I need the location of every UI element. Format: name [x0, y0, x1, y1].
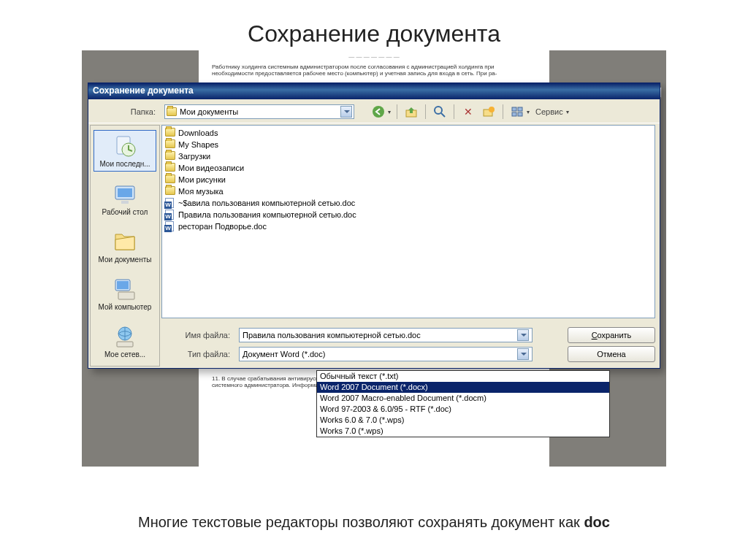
file-name: ресторан Подворье.doc	[178, 222, 267, 231]
file-list[interactable]: DownloadsMy ShapesЗагрузкиМои видеозапис…	[161, 125, 655, 318]
places-my-computer[interactable]: Мой компьютер	[94, 274, 156, 314]
svg-rect-17	[118, 292, 134, 299]
slide-title: Сохранение документа	[0, 0, 748, 50]
save-dialog: Сохранение документа Папка: Мои документ…	[88, 83, 660, 369]
places-desktop[interactable]: Рабочий стол	[94, 179, 156, 219]
tools-dropdown-arrow-icon[interactable]: ▾	[566, 109, 569, 115]
filetype-option[interactable]: Обычный текст (*.txt)	[317, 371, 609, 382]
file-name: Загрузки	[178, 152, 210, 161]
back-icon[interactable]	[370, 104, 386, 120]
svg-rect-7	[518, 107, 522, 111]
svg-rect-13	[118, 188, 132, 197]
recent-documents-icon	[112, 134, 137, 158]
folder-label: Папка:	[94, 107, 160, 116]
filetype-option[interactable]: Works 6.0 & 7.0 (*.wps)	[317, 415, 609, 426]
folder-icon	[165, 186, 175, 196]
file-item[interactable]: Мои рисунки	[164, 174, 653, 185]
word-document-icon	[165, 221, 175, 231]
cancel-button[interactable]: Отмена	[568, 346, 655, 362]
folder-icon	[165, 163, 175, 173]
dialog-titlebar: Сохранение документа	[88, 83, 660, 99]
folder-combo[interactable]: Мои документы	[164, 104, 354, 119]
file-name: Моя музыка	[178, 187, 224, 196]
bg-text: Работнику холдинга системным администрат…	[212, 64, 536, 71]
folder-icon	[165, 174, 175, 185]
back-dropdown-arrow-icon[interactable]: ▾	[388, 109, 391, 115]
file-name: ~$авила пользования компьютерной сетью.d…	[178, 199, 355, 207]
filename-value: Правила пользования компьютерной сетью.d…	[243, 331, 421, 340]
svg-rect-14	[121, 201, 129, 204]
word-document-icon	[165, 210, 175, 220]
file-name: Downloads	[178, 129, 218, 137]
folder-icon	[165, 151, 175, 161]
file-item[interactable]: Правила пользования компьютерной сетью.d…	[164, 209, 653, 220]
places-bar: Мои последн... Рабочий стол Мои документ…	[90, 125, 160, 367]
filename-input[interactable]: Правила пользования компьютерной сетью.d…	[239, 328, 533, 342]
svg-point-2	[435, 107, 442, 114]
my-computer-icon	[112, 277, 137, 302]
svg-point-0	[373, 106, 384, 118]
file-item[interactable]: Моя музыка	[164, 185, 653, 197]
svg-rect-8	[512, 112, 516, 116]
file-name: Мои рисунки	[178, 175, 226, 184]
file-item[interactable]: ресторан Подворье.doc	[164, 220, 653, 232]
dialog-toolbar: Папка: Мои документы ▾ ✕	[88, 99, 660, 123]
folder-icon	[165, 128, 175, 138]
filetype-dropdown-list[interactable]: Обычный текст (*.txt)Word 2007 Document …	[316, 370, 610, 437]
tools-menu[interactable]: Сервис	[534, 107, 565, 116]
filetype-option[interactable]: Word 2007 Document (*.docx)	[317, 382, 609, 393]
file-item[interactable]: My Shapes	[164, 139, 653, 150]
network-places-icon	[112, 324, 137, 349]
filetype-label: Тип файла:	[167, 350, 233, 358]
views-dropdown-arrow-icon[interactable]: ▾	[527, 109, 530, 115]
chevron-down-icon[interactable]	[340, 106, 352, 118]
filetype-combo[interactable]: Документ Word (*.doc)	[239, 347, 533, 361]
file-name: Правила пользования компьютерной сетью.d…	[178, 210, 356, 219]
up-one-level-icon[interactable]	[403, 104, 419, 120]
screenshot-area: — — — — — — — Работнику холдинга системн…	[82, 50, 666, 467]
places-label: Мое сетев...	[95, 350, 155, 358]
svg-rect-16	[117, 281, 129, 289]
new-folder-icon[interactable]	[481, 104, 497, 120]
chevron-down-icon[interactable]	[517, 348, 529, 360]
my-documents-icon	[112, 229, 137, 254]
delete-icon[interactable]: ✕	[460, 104, 476, 120]
svg-rect-19	[117, 342, 133, 347]
views-icon[interactable]	[509, 104, 525, 120]
filetype-option[interactable]: Word 2007 Macro-enabled Document (*.docm…	[317, 393, 609, 404]
places-label: Мой компьютер	[95, 303, 155, 311]
svg-rect-6	[512, 107, 516, 111]
slide-caption: Многие текстовые редакторы позволяют сох…	[0, 514, 748, 531]
filetype-option[interactable]: Word 97-2003 & 6.0/95 - RTF (*.doc)	[317, 404, 609, 415]
file-item[interactable]: Мои видеозаписи	[164, 162, 653, 174]
places-label: Мои документы	[95, 256, 155, 264]
search-web-icon[interactable]	[432, 104, 448, 120]
svg-line-3	[441, 113, 445, 117]
folder-icon	[165, 139, 175, 150]
places-label: Рабочий стол	[95, 208, 155, 216]
svg-point-5	[489, 107, 495, 112]
svg-rect-9	[518, 112, 522, 116]
bg-text: необходимости предоставляется рабочее ме…	[212, 70, 536, 77]
file-item[interactable]: Downloads	[164, 127, 653, 139]
places-recent[interactable]: Мои последн...	[94, 130, 156, 172]
places-my-documents[interactable]: Мои документы	[94, 226, 156, 266]
desktop-icon	[112, 182, 137, 207]
places-label: Мои последн...	[96, 160, 154, 168]
save-button[interactable]: Сохранить	[568, 327, 655, 343]
filetype-option[interactable]: Works 7.0 (*.wps)	[317, 426, 609, 437]
file-item[interactable]: Загрузки	[164, 150, 653, 162]
chevron-down-icon[interactable]	[517, 329, 529, 341]
file-name: My Shapes	[178, 140, 218, 149]
bg-list-num: 11.	[212, 375, 220, 382]
folder-icon	[167, 107, 177, 116]
file-item[interactable]: ~$авила пользования компьютерной сетью.d…	[164, 197, 653, 209]
places-network[interactable]: Мое сетев...	[94, 321, 156, 361]
filetype-value: Документ Word (*.doc)	[243, 350, 325, 358]
folder-combo-value: Мои документы	[180, 107, 238, 116]
filename-label: Имя файла:	[167, 331, 233, 340]
word-document-icon	[165, 198, 175, 208]
file-name: Мои видеозаписи	[178, 164, 244, 172]
